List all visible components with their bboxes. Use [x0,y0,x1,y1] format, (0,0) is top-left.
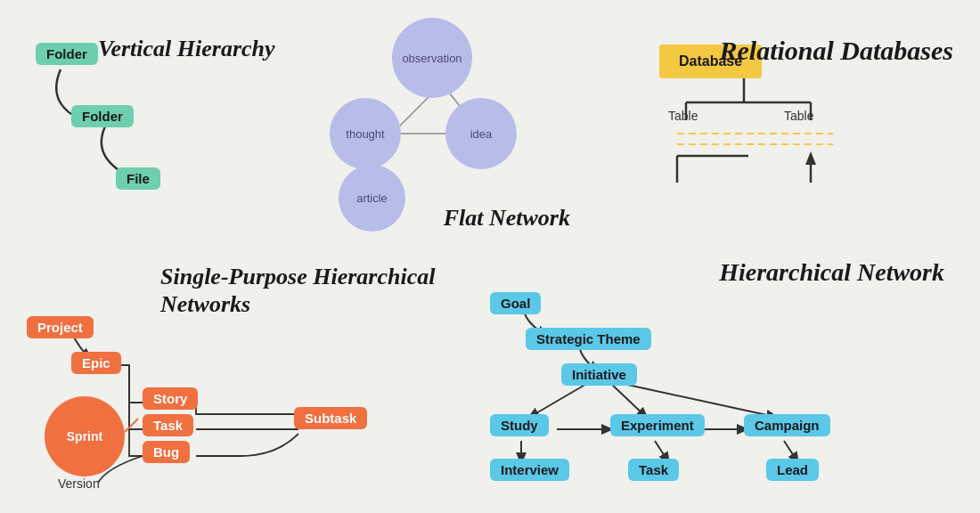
vh-folder2-label: Folder [71,105,134,127]
hn-interview-label: Interview [490,459,569,481]
hn-title: Hierarchical Network [719,258,944,287]
section-sphn: Single-Purpose Hierarchical Networks Pro… [18,263,445,503]
rd-table-left-label: Table [668,109,698,123]
svg-line-20 [610,383,646,417]
hn-experiment-label: Experiment [610,414,705,436]
svg-marker-13 [805,151,816,165]
sphn-task-label: Task [143,414,193,436]
fn-article-node: article [339,165,405,232]
sphn-sprint-circle: Sprint [45,396,125,476]
section-vertical-hierarchy: Folder Folder File Vertical Hierarchy [27,27,276,240]
sphn-bug-label: Bug [143,441,190,463]
hn-initiative-label: Initiative [561,363,637,386]
vh-title: Vertical Hierarchy [98,36,275,62]
hn-study-label: Study [490,414,549,436]
hn-campaign-label: Campaign [744,414,830,436]
rd-table-right-label: Table [784,109,813,123]
svg-line-21 [619,383,775,417]
vh-folder1-label: Folder [36,43,98,65]
hn-task-label: Task [628,459,679,481]
vh-file-label: File [116,167,160,190]
fn-observation-node: observation [392,18,472,98]
sphn-version-label: Version [58,476,100,491]
section-relational-databases: Database Relational Databases Table Tabl… [659,27,953,249]
sphn-title: Single-Purpose Hierarchical Networks [160,263,445,318]
sphn-story-label: Story [143,387,198,410]
hn-strategic-label: Strategic Theme [526,328,651,350]
diagram-area: Folder Folder File Vertical Hierarchy ob… [0,0,980,513]
fn-thought-node: thought [330,98,401,169]
sphn-subtask-label: Subtask [294,407,367,429]
sphn-epic-label: Epic [71,352,121,374]
svg-line-19 [530,383,588,417]
section-hn: Hierarchical Network Goal Strategic Them… [481,258,953,508]
section-flat-network: observation thought idea article Flat Ne… [294,9,579,249]
rd-title: Relational Databases [719,36,953,65]
hn-lead-label: Lead [766,459,819,481]
fn-idea-node: idea [445,98,517,169]
sphn-project-label: Project [27,316,94,338]
hn-goal-label: Goal [490,292,541,314]
fn-title: Flat Network [444,205,570,232]
